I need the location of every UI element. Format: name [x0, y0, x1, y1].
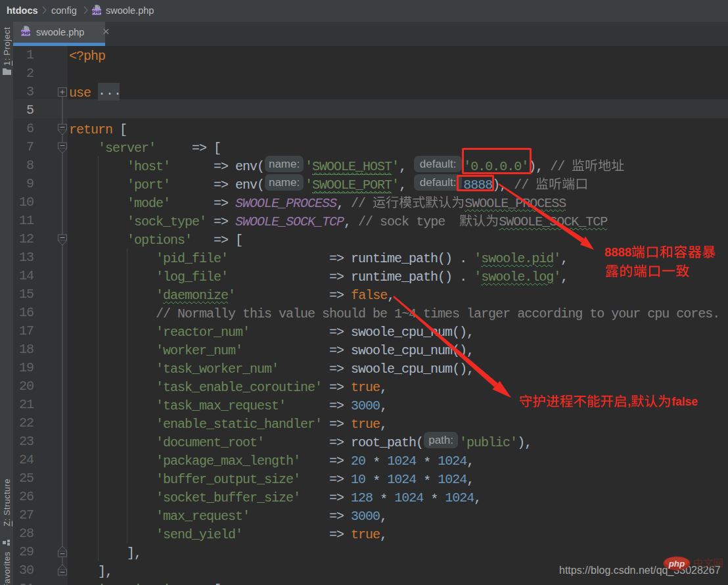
svg-text:php: php [668, 559, 685, 569]
